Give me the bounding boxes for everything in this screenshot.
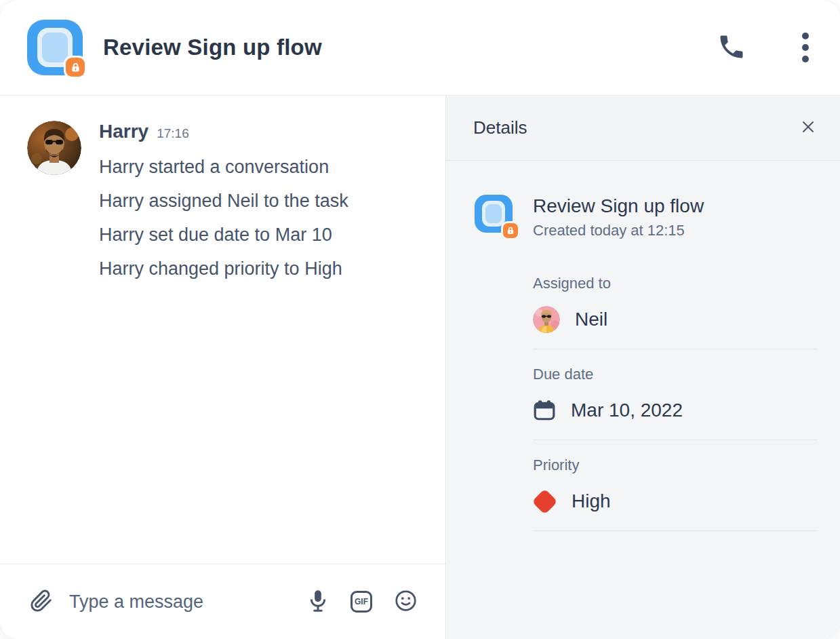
paperclip-icon <box>30 589 53 615</box>
lock-badge-icon <box>503 223 518 238</box>
field-priority: Priority High <box>533 440 818 531</box>
kebab-menu-icon <box>802 33 809 39</box>
avatar-neil <box>533 306 560 333</box>
field-label: Due date <box>533 366 818 383</box>
gif-button[interactable]: GIF <box>351 591 372 613</box>
assignee-row[interactable]: Neil <box>533 305 818 334</box>
close-icon <box>801 119 816 136</box>
assignee-name: Neil <box>575 309 607 330</box>
emoji-button[interactable] <box>395 589 417 614</box>
emoji-icon <box>395 589 417 614</box>
avatar-harry <box>27 121 81 175</box>
call-button[interactable] <box>717 32 746 64</box>
message-author: Harry <box>99 121 148 142</box>
gif-icon: GIF <box>351 591 372 613</box>
message-content: Harry 17:16 Harry started a conversation… <box>99 121 348 286</box>
message-line: Harry started a conversation <box>99 150 348 184</box>
message-time: 17:16 <box>157 126 189 141</box>
voice-message-button[interactable] <box>308 589 328 615</box>
field-due-date: Due date Mar 10, 2022 <box>533 349 818 440</box>
chat-window: Review Sign up flow <box>0 0 840 639</box>
calendar-icon <box>533 399 556 422</box>
priority-high-diamond-icon <box>532 488 557 514</box>
message-line: Harry changed priority to High <box>99 252 348 286</box>
task-app-icon-small <box>475 195 513 233</box>
phone-icon <box>717 32 746 64</box>
priority-row[interactable]: High <box>533 486 818 516</box>
attach-button[interactable] <box>30 589 53 615</box>
microphone-icon <box>308 589 328 615</box>
priority-value: High <box>572 490 611 512</box>
task-created-timestamp: Created today at 12:15 <box>533 222 704 239</box>
divider <box>533 530 818 531</box>
message-composer: GIF <box>0 564 445 639</box>
due-date-row[interactable]: Mar 10, 2022 <box>533 395 818 425</box>
details-panel-title: Details <box>473 117 527 138</box>
task-title: Review Sign up flow <box>533 195 704 218</box>
message-line: Harry assigned Neil to the task <box>99 184 348 218</box>
message-input[interactable] <box>69 592 308 613</box>
main-split: Harry 17:16 Harry started a conversation… <box>0 96 840 639</box>
page-title: Review Sign up flow <box>103 35 322 60</box>
chat-pane: Harry 17:16 Harry started a conversation… <box>0 96 446 639</box>
details-panel-body: Review Sign up flow Created today at 12:… <box>446 161 840 639</box>
due-date-value: Mar 10, 2022 <box>571 400 683 421</box>
details-panel-header: Details <box>446 96 840 161</box>
message-line: Harry set due date to Mar 10 <box>99 218 348 252</box>
details-panel: Details <box>446 96 840 639</box>
message-list[interactable]: Harry 17:16 Harry started a conversation… <box>0 96 445 564</box>
field-label: Priority <box>533 457 818 474</box>
field-label: Assigned to <box>533 275 818 292</box>
field-assigned-to: Assigned to <box>533 258 818 349</box>
task-app-icon <box>27 20 83 75</box>
task-header: Review Sign up flow Created today at 12:… <box>475 195 818 239</box>
kebab-menu-button[interactable] <box>802 33 809 62</box>
lock-badge-icon <box>66 58 85 77</box>
window-header: Review Sign up flow <box>0 0 840 96</box>
close-details-button[interactable] <box>801 119 816 136</box>
header-actions <box>717 32 840 64</box>
message-group: Harry 17:16 Harry started a conversation… <box>27 121 425 286</box>
task-fields: Assigned to <box>533 258 818 531</box>
